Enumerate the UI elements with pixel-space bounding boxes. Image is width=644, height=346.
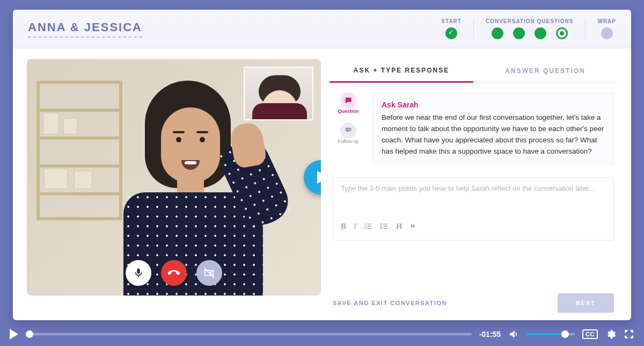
camera-toggle-button[interactable]: [196, 260, 222, 286]
quote-button[interactable]: ❝: [410, 222, 415, 234]
player-seek-thumb[interactable]: [26, 330, 33, 338]
self-view-pip[interactable]: [244, 67, 313, 120]
question-area: Question Follow-up Ask Sarah Before we n…: [330, 92, 617, 165]
speech-bubble-icon: [340, 92, 356, 109]
step-dot-q1[interactable]: [492, 27, 503, 39]
question-type-sidebar: Question Follow-up: [333, 92, 364, 165]
bullet-list-button[interactable]: [364, 222, 372, 234]
player-play-button[interactable]: [10, 329, 18, 340]
numbered-list-icon: 123: [380, 222, 389, 230]
player-seek-track[interactable]: [26, 333, 472, 335]
mute-button[interactable]: [126, 260, 151, 286]
question-body: Ask Sarah Before we near the end of our …: [372, 92, 614, 165]
video-pane: [27, 59, 321, 295]
step-conversation: CONVERSATION QUESTIONS: [486, 18, 574, 39]
progress-stepper: START CONVERSATION QUESTIONS WRAP: [441, 18, 616, 39]
fullscreen-button[interactable]: [624, 329, 634, 340]
step-dot-q2[interactable]: [513, 27, 525, 39]
svg-point-3: [365, 224, 366, 225]
step-divider: [473, 19, 474, 39]
question-chip[interactable]: Question: [338, 92, 358, 114]
question-text: Before we near the end of our first conv…: [382, 112, 605, 157]
tab-ask-type[interactable]: ASK + TYPE RESPONSE: [330, 59, 473, 83]
followup-chip[interactable]: Follow-up: [338, 122, 358, 144]
next-button[interactable]: NEXT: [558, 293, 614, 313]
question-title: Ask Sarah: [382, 100, 605, 109]
italic-button[interactable]: I: [354, 222, 356, 234]
followup-icon: [340, 122, 356, 139]
player-settings-button[interactable]: [605, 329, 616, 340]
captions-button[interactable]: CC: [582, 329, 598, 339]
bullet-list-icon: [364, 222, 372, 230]
editor-toolbar: B I 123 H ❝: [341, 220, 606, 234]
volume-slider[interactable]: [526, 333, 575, 335]
editor-placeholder: Type the 3-5 main points you hear to hel…: [341, 184, 606, 220]
tab-answer[interactable]: ANSWER QUESTION: [473, 59, 617, 83]
page-title: ANNA & JESSICA: [28, 20, 142, 38]
svg-text:3: 3: [380, 227, 382, 229]
bold-button[interactable]: B: [341, 222, 346, 234]
phone-hangup-icon: [168, 267, 180, 279]
response-editor[interactable]: Type the 3-5 main points you hear to hel…: [333, 177, 614, 241]
camera-off-icon: [203, 267, 215, 279]
step-divider: [585, 19, 586, 39]
volume-thumb[interactable]: [561, 330, 569, 338]
save-exit-link[interactable]: SAVE AND EXIT CONVERSATION: [333, 300, 447, 306]
step-wrap: WRAP: [597, 18, 616, 39]
panel-footer: SAVE AND EXIT CONVERSATION NEXT: [330, 288, 617, 313]
response-panel: ASK + TYPE RESPONSE ANSWER QUESTION Ques…: [330, 59, 617, 313]
hangup-button[interactable]: [161, 260, 187, 286]
player-volume-button[interactable]: [508, 329, 519, 340]
gear-icon: [605, 329, 616, 340]
step-dot-start[interactable]: [445, 27, 457, 39]
svg-point-5: [365, 228, 366, 229]
svg-point-2: [349, 129, 350, 130]
microphone-icon: [133, 267, 144, 279]
svg-point-1: [348, 129, 349, 130]
step-dot-q4-current[interactable]: [556, 27, 568, 39]
heading-button[interactable]: H: [396, 222, 402, 234]
fullscreen-icon: [624, 329, 634, 340]
call-controls: [126, 260, 222, 286]
step-dot-wrap[interactable]: [601, 27, 613, 39]
volume-icon: [508, 329, 519, 340]
header: ANNA & JESSICA START CONVERSATION QUESTI…: [13, 10, 631, 48]
svg-point-0: [347, 129, 348, 130]
step-start: START: [441, 18, 462, 39]
player-time-remaining: -01:55: [479, 330, 501, 338]
numbered-list-button[interactable]: 123: [380, 222, 389, 234]
step-dot-q3[interactable]: [535, 27, 546, 39]
svg-point-4: [365, 226, 366, 227]
app-frame: ANNA & JESSICA START CONVERSATION QUESTI…: [13, 10, 631, 320]
main-body: ASK + TYPE RESPONSE ANSWER QUESTION Ques…: [13, 48, 631, 320]
panel-tabs: ASK + TYPE RESPONSE ANSWER QUESTION: [330, 59, 617, 83]
media-player-bar: -01:55 CC: [0, 322, 644, 346]
